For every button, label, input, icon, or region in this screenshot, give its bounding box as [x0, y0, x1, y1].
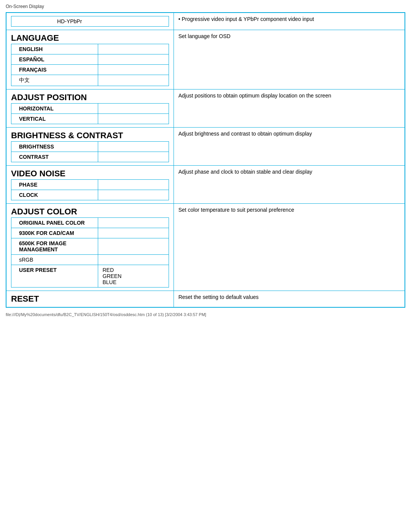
table-row-adjust-color: ADJUST COLOR ORIGINAL PANEL COLOR 9300K … [6, 204, 405, 291]
cell-left-adjust-position: ADJUST POSITION HORIZONTAL VERTICAL [6, 89, 174, 128]
sub-row-vertical: VERTICAL [11, 114, 169, 124]
francais-desc [98, 65, 169, 75]
language-desc: Set language for OSD [174, 30, 405, 89]
sub-row: HD-YPbPr [11, 16, 169, 27]
cell-left-video-noise: VIDEO NOISE PHASE CLOCK [6, 166, 174, 204]
9300k-desc [98, 228, 169, 238]
sub-row-chinese: 中文 [11, 75, 169, 86]
brightness-contrast-desc: Adjust brightness and contrast to obtain… [174, 128, 405, 166]
francais-label: FRANÇAIS [11, 65, 98, 75]
video-noise-header: VIDEO NOISE [11, 169, 169, 179]
brightness-desc [98, 142, 169, 152]
vertical-label: VERTICAL [11, 114, 98, 124]
brightness-contrast-header: BRIGHTNESS & CONTRAST [11, 131, 169, 141]
contrast-desc [98, 152, 169, 162]
sub-row-9300k: 9300K FOR CAD/CAM [11, 228, 169, 238]
cell-left-brightness-contrast: BRIGHTNESS & CONTRAST BRIGHTNESS CONTRAS… [6, 128, 174, 166]
cell-left-language: LANGUAGE ENGLISH ESPAÑOL FRANÇAIS [6, 30, 174, 89]
vertical-desc [98, 114, 169, 124]
sub-row-english: ENGLISH [11, 44, 169, 54]
contrast-label: CONTRAST [11, 152, 98, 162]
language-header: LANGUAGE [11, 33, 169, 43]
table-row-reset: RESET Reset the setting to default value… [6, 291, 405, 308]
original-panel-color-desc [98, 218, 169, 228]
sub-row-contrast: CONTRAST [11, 152, 169, 162]
hd-ypbpr-label: HD-YPbPr [11, 16, 169, 27]
6500k-label: 6500K FOR IMAGE MANAGEMENT [11, 238, 98, 255]
table-row-brightness-contrast: BRIGHTNESS & CONTRAST BRIGHTNESS CONTRAS… [6, 128, 405, 166]
reset-desc: Reset the setting to default values [174, 291, 405, 308]
phase-desc [98, 180, 169, 190]
chinese-label: 中文 [11, 75, 98, 86]
phase-label: PHASE [11, 180, 98, 190]
main-table: HD-YPbPr • Progressive video input & YPb… [6, 12, 405, 308]
user-preset-label: USER PRESET [11, 265, 98, 288]
video-noise-desc: Adjust phase and clock to obtain stable … [174, 166, 405, 204]
table-row-video-noise: VIDEO NOISE PHASE CLOCK Adjust phase [6, 166, 405, 204]
clock-label: CLOCK [11, 190, 98, 200]
adjust-position-header: ADJUST POSITION [11, 93, 169, 102]
sub-row-user-preset: USER PRESET REDGREENBLUE [11, 265, 169, 288]
cell-left: HD-YPbPr [6, 13, 174, 30]
espanol-desc [98, 54, 169, 65]
cell-left-reset: RESET [6, 291, 174, 308]
9300k-label: 9300K FOR CAD/CAM [11, 228, 98, 238]
sub-row-phase: PHASE [11, 180, 169, 190]
table-row: HD-YPbPr • Progressive video input & YPb… [6, 13, 405, 30]
sub-row-brightness: BRIGHTNESS [11, 142, 169, 152]
sub-row-6500k: 6500K FOR IMAGE MANAGEMENT [11, 238, 169, 255]
sub-row-horizontal: HORIZONTAL [11, 104, 169, 114]
chinese-desc [98, 75, 169, 86]
brightness-label: BRIGHTNESS [11, 142, 98, 152]
original-panel-color-label: ORIGINAL PANEL COLOR [11, 218, 98, 228]
6500k-desc [98, 238, 169, 255]
adjust-position-desc: Adjust positions to obtain optimum displ… [174, 89, 405, 128]
hd-ypbpr-desc: • Progressive video input & YPbPr compon… [174, 13, 405, 30]
clock-desc [98, 190, 169, 200]
english-label: ENGLISH [11, 44, 98, 54]
horizontal-desc [98, 104, 169, 114]
table-row-language: LANGUAGE ENGLISH ESPAÑOL FRANÇAIS [6, 30, 405, 89]
sub-row-clock: CLOCK [11, 190, 169, 200]
sub-row-original-panel-color: ORIGINAL PANEL COLOR [11, 218, 169, 228]
table-row-adjust-position: ADJUST POSITION HORIZONTAL VERTICAL A [6, 89, 405, 128]
cell-left-adjust-color: ADJUST COLOR ORIGINAL PANEL COLOR 9300K … [6, 204, 174, 291]
adjust-color-header: ADJUST COLOR [11, 207, 169, 217]
srgb-desc [98, 255, 169, 265]
espanol-label: ESPAÑOL [11, 54, 98, 65]
sub-row-espanol: ESPAÑOL [11, 54, 169, 65]
page-header: On-Screen Display [6, 4, 405, 9]
sub-row-srgb: sRGB [11, 255, 169, 265]
page-footer: file:///D|/My%20documents/dfu/B2C_TV/ENG… [6, 312, 405, 317]
srgb-label: sRGB [11, 255, 98, 265]
horizontal-label: HORIZONTAL [11, 104, 98, 114]
adjust-color-desc: Set color temperature to suit personal p… [174, 204, 405, 291]
english-desc [98, 44, 169, 54]
reset-header: RESET [11, 294, 169, 304]
user-preset-desc: REDGREENBLUE [98, 265, 169, 288]
sub-row-francais: FRANÇAIS [11, 65, 169, 75]
